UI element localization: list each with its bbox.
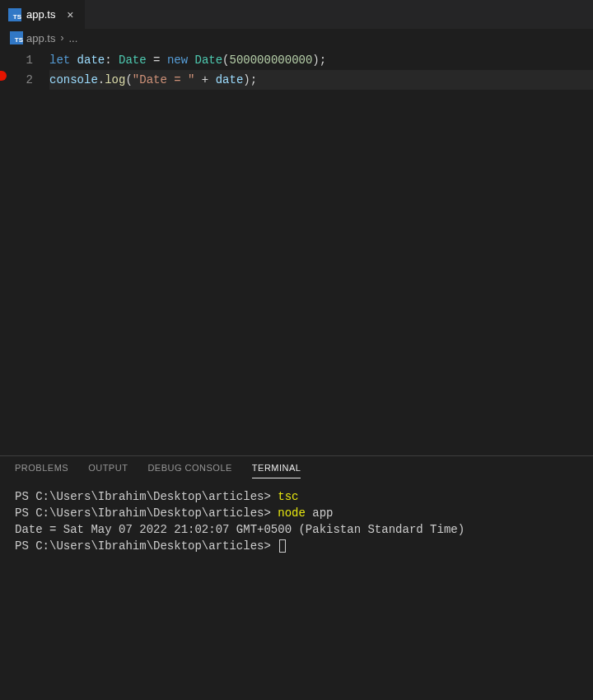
code-line: console.log("Date = " + date); [49, 70, 593, 90]
terminal-line: Date = Sat May 07 2022 21:02:07 GMT+0500… [15, 521, 578, 538]
typescript-icon: TS [10, 31, 23, 44]
close-icon[interactable]: × [63, 8, 77, 21]
line-number-gutter: 1 2 [0, 50, 49, 455]
terminal-line: PS C:\Users\Ibrahim\Desktop\articles> [15, 538, 578, 554]
bottom-panel: PROBLEMS OUTPUT DEBUG CONSOLE TERMINAL P… [0, 455, 593, 700]
editor-tab[interactable]: TS app.ts × [0, 0, 86, 29]
breadcrumb-file: app.ts [26, 32, 55, 44]
tab-problems[interactable]: PROBLEMS [15, 463, 68, 478]
line-number: 1 [0, 50, 33, 70]
panel-tab-bar: PROBLEMS OUTPUT DEBUG CONSOLE TERMINAL [0, 456, 593, 478]
terminal-line: PS C:\Users\Ibrahim\Desktop\articles> ts… [15, 488, 578, 505]
tab-output[interactable]: OUTPUT [88, 463, 128, 478]
code-content[interactable]: let date: Date = new Date(500000000000);… [49, 50, 593, 455]
tab-bar: TS app.ts × [0, 0, 593, 29]
code-line: let date: Date = new Date(500000000000); [49, 50, 593, 70]
terminal-output[interactable]: PS C:\Users\Ibrahim\Desktop\articles> ts… [0, 478, 593, 700]
tab-debug-console[interactable]: DEBUG CONSOLE [147, 463, 231, 478]
typescript-icon: TS [8, 8, 21, 21]
tab-filename: app.ts [26, 8, 55, 21]
chevron-right-icon: › [60, 32, 63, 44]
terminal-cursor [279, 539, 286, 553]
breadcrumb-more: ... [68, 32, 77, 44]
terminal-line: PS C:\Users\Ibrahim\Desktop\articles> no… [15, 505, 578, 521]
tab-terminal[interactable]: TERMINAL [252, 463, 301, 478]
code-editor[interactable]: 1 2 let date: Date = new Date(5000000000… [0, 47, 593, 455]
breadcrumb[interactable]: TS app.ts › ... [0, 29, 593, 47]
